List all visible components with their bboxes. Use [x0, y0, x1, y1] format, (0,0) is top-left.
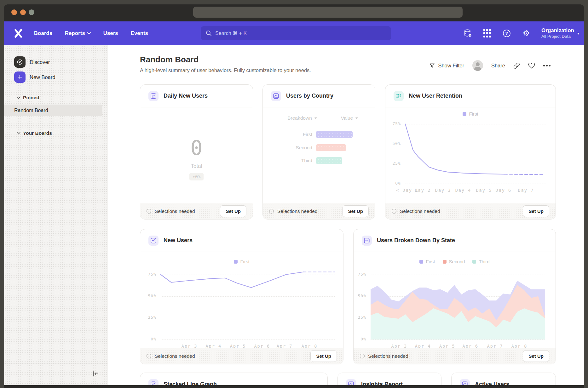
sidebar-item-discover[interactable]: Discover [4, 56, 50, 68]
search-input[interactable] [215, 31, 373, 36]
retention-line-chart: First75%50%25%0%< Day 1Day 2Day 3Day 4Da… [385, 107, 556, 203]
page-title: Random Board [140, 55, 199, 65]
card-title: Users by Country [286, 93, 333, 99]
status-text: Selections needed [368, 353, 408, 359]
set-up-button[interactable]: Set Up [220, 205, 246, 217]
window-close-button[interactable] [11, 9, 17, 15]
caret-down-icon [314, 117, 317, 119]
chevron-down-icon [87, 32, 91, 34]
caret-down-icon [355, 117, 358, 119]
breakdown-column-header[interactable]: Breakdown [275, 115, 329, 121]
chart-icon [148, 91, 159, 101]
status-text: Selections needed [400, 208, 440, 214]
card-title: Insights Report [361, 381, 403, 385]
content-area: Discover New Board Pinned Random Board Y… [4, 45, 584, 385]
breakdown-row-label: Third [263, 157, 312, 164]
nav-item-events[interactable]: Events [131, 30, 148, 36]
collapse-sidebar-icon[interactable] [91, 369, 100, 379]
copy-link-icon[interactable] [513, 62, 520, 69]
board-description: A high-level summary of user behaviors. … [140, 67, 311, 73]
card-title: Active Users [475, 381, 509, 385]
card-title: Users Broken Down By State [377, 237, 455, 244]
show-filter-button[interactable]: Show Filter [429, 63, 464, 69]
status-circle-icon [269, 209, 274, 214]
retention-grid-icon [394, 91, 404, 101]
browser-window: Boards Reports Users Events [4, 4, 584, 388]
chart-icon [271, 91, 281, 101]
settings-gear-icon[interactable]: ⚙ [522, 29, 531, 38]
chart-icon [148, 379, 159, 385]
svg-text:?: ? [505, 31, 508, 36]
card-title: New Users [164, 237, 193, 244]
apps-grid-icon[interactable] [483, 29, 492, 38]
global-search[interactable] [201, 26, 391, 40]
sidebar-section-your-boards[interactable]: Your Boards [17, 130, 52, 136]
sidebar-section-pinned[interactable]: Pinned [17, 94, 39, 101]
board-actions: Show Filter Share [429, 60, 551, 71]
breakdown-row-bar [316, 157, 342, 164]
card-users-by-country: Users by Country Breakdown Value First [262, 84, 375, 220]
sidebar-item-random-board[interactable]: Random Board [4, 105, 102, 116]
breakdown-row-label: Second [263, 144, 312, 151]
org-caret-icon: ▾ [577, 31, 579, 36]
status-circle-icon [147, 209, 151, 214]
metric-value: 0 [190, 138, 203, 158]
card-title: Stacked Line Graph [164, 381, 217, 385]
org-name: Organization [541, 27, 574, 34]
window-titlebar [4, 4, 584, 21]
set-up-button[interactable]: Set Up [342, 205, 369, 217]
card-stacked-line-graph: Stacked Line Graph [140, 373, 328, 385]
set-up-button[interactable]: Set Up [310, 350, 337, 362]
share-button[interactable]: Share [491, 63, 505, 69]
top-navbar: Boards Reports Users Events [4, 21, 584, 45]
card-daily-new-users: Daily New Users 0 Total ↑0% Selections n… [140, 84, 253, 220]
new-users-line-chart: First75%50%25%0%Apr 3Apr 4Apr 5Apr 6Apr … [140, 252, 343, 348]
card-active-users: Active Users [451, 373, 556, 385]
nav-item-users[interactable]: Users [103, 30, 118, 36]
more-options-icon[interactable] [543, 65, 551, 66]
address-bar[interactable] [193, 7, 463, 18]
compass-icon [14, 56, 26, 68]
org-project: All Project Data [541, 34, 574, 39]
card-new-user-retention: New User Retention First75%50%25%0%< Day… [385, 84, 556, 220]
status-circle-icon [360, 354, 365, 358]
card-insights-report: Insights Report [337, 373, 441, 385]
status-text: Selections needed [155, 208, 195, 214]
window-zoom-button[interactable] [29, 9, 34, 15]
chevron-down-icon [17, 132, 20, 134]
breakdown-row-bar [316, 144, 346, 151]
window-minimize-button[interactable] [20, 9, 26, 15]
main-panel: Random Board A high-level summary of use… [108, 45, 584, 385]
delta-badge: ↑0% [189, 173, 204, 180]
chevron-down-icon [17, 96, 20, 99]
chart-icon [346, 379, 356, 385]
nav-links: Boards Reports Users Events [34, 21, 148, 45]
card-title: New User Retention [409, 93, 462, 99]
status-text: Selections needed [155, 353, 195, 359]
nav-item-reports[interactable]: Reports [65, 30, 91, 36]
card-title: Daily New Users [164, 93, 208, 99]
status-text: Selections needed [277, 208, 318, 214]
navbar-right: ? ⚙ Organization All Project Data ▾ [463, 21, 579, 45]
sidebar-item-new-board[interactable]: New Board [4, 71, 55, 83]
set-up-button[interactable]: Set Up [523, 350, 549, 362]
plus-icon [14, 71, 26, 83]
card-new-users: New Users First75%50%25%0%Apr 3Apr 4Apr … [140, 229, 343, 364]
nav-item-boards[interactable]: Boards [34, 30, 52, 36]
mixpanel-logo-icon[interactable] [14, 29, 23, 38]
org-switcher[interactable]: Organization All Project Data ▾ [541, 27, 579, 39]
breakdown-row-label: First [263, 131, 312, 138]
favorite-heart-icon[interactable] [528, 62, 535, 69]
help-icon[interactable]: ? [502, 29, 511, 38]
avatar[interactable] [472, 60, 483, 71]
metric-label: Total [191, 163, 202, 169]
data-management-icon[interactable] [463, 29, 472, 38]
chart-icon [148, 236, 159, 246]
value-column-header[interactable]: Value [323, 115, 376, 121]
sidebar-footer [4, 363, 108, 385]
breakdown-row: First [263, 131, 375, 138]
set-up-button[interactable]: Set Up [523, 205, 549, 217]
chart-icon [460, 379, 470, 385]
funnel-icon [429, 63, 435, 69]
breakdown-row: Third [263, 157, 375, 164]
